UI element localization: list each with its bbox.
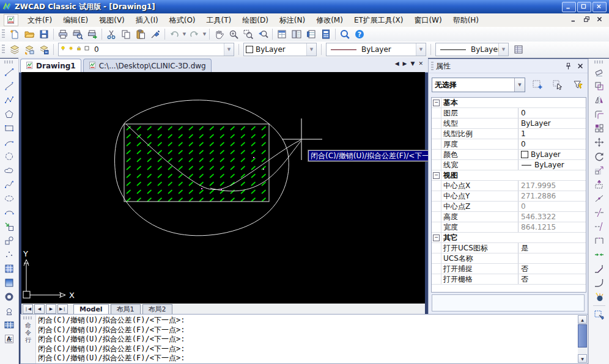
- document-tab[interactable]: C:\...\Desktop\CLINIC-3D.dwg: [83, 59, 212, 72]
- break-icon[interactable]: [591, 233, 607, 247]
- drawing-canvas[interactable]: Y X 闭合(C)/撤销(U)/拟合公差(F)/<下一点>:: [21, 72, 425, 304]
- arc-icon[interactable]: [1, 135, 17, 149]
- clean-icon[interactable]: [591, 308, 607, 322]
- ellipse-icon[interactable]: [1, 191, 17, 205]
- toolbar-grip[interactable]: [4, 60, 14, 64]
- property-value[interactable]: 否: [519, 264, 586, 274]
- new-file-icon[interactable]: [7, 27, 22, 42]
- find-icon[interactable]: [338, 27, 352, 42]
- construction-line-icon[interactable]: [1, 79, 17, 93]
- command-window-titlebar[interactable]: 命令行: [21, 315, 36, 363]
- layout-tab-model[interactable]: Model: [73, 304, 109, 314]
- tab-prev-icon[interactable]: ◀: [34, 304, 45, 314]
- property-value[interactable]: ByLayer: [519, 160, 586, 170]
- tab-scroll-left-icon[interactable]: ◀: [395, 60, 399, 67]
- collapse-icon[interactable]: −: [433, 100, 440, 106]
- polygon-icon[interactable]: [1, 107, 17, 121]
- tool-palettes-icon[interactable]: [304, 27, 319, 42]
- property-value[interactable]: [519, 253, 586, 263]
- layer-properties-icon[interactable]: [7, 42, 22, 57]
- spline-icon[interactable]: [1, 177, 17, 191]
- window-minimize-icon[interactable]: [562, 2, 576, 12]
- menu-item-i[interactable]: 插入(I): [130, 13, 164, 27]
- paste-icon[interactable]: [133, 27, 148, 42]
- circle-icon[interactable]: [1, 149, 17, 163]
- scroll-thumb[interactable]: [578, 324, 587, 348]
- donut-icon[interactable]: [1, 289, 17, 304]
- mdi-restore-icon[interactable]: [582, 15, 592, 24]
- menu-item-e[interactable]: 编辑(E): [57, 13, 94, 27]
- property-value[interactable]: 864.1215: [519, 222, 586, 232]
- linetype-combo[interactable]: ByLayer ▼: [326, 43, 426, 56]
- toolbar-grip[interactable]: [2, 45, 5, 54]
- menu-item-t[interactable]: 工具(T): [201, 13, 237, 27]
- collapse-icon[interactable]: −: [433, 235, 440, 241]
- redo-dropdown-icon[interactable]: ▼: [202, 27, 207, 41]
- menu-item-w[interactable]: 窗口(W): [408, 13, 447, 27]
- toolbar-grip[interactable]: [594, 60, 604, 64]
- selection-combo[interactable]: 无选择 ▼: [432, 78, 525, 92]
- zoom-previous-icon[interactable]: [256, 27, 270, 42]
- property-section-row[interactable]: −基本: [432, 98, 586, 108]
- command-scrollbar[interactable]: ▲ ▼: [578, 315, 587, 363]
- pin-icon[interactable]: [563, 61, 573, 71]
- array-icon[interactable]: [591, 121, 607, 135]
- document-tab[interactable]: Drawing1: [20, 59, 81, 72]
- tab-scroll-right-icon[interactable]: ▶: [403, 60, 407, 67]
- trim-icon[interactable]: [591, 205, 607, 219]
- mtext-icon[interactable]: A: [1, 332, 17, 346]
- extend-icon[interactable]: [591, 219, 607, 233]
- property-section-row[interactable]: −视图: [432, 170, 586, 181]
- property-value[interactable]: ByLayer: [519, 118, 586, 128]
- menu-item-f[interactable]: 文件(F): [22, 13, 57, 27]
- publish-icon[interactable]: [85, 27, 100, 42]
- open-file-icon[interactable]: [22, 27, 37, 42]
- property-value[interactable]: 217.9995: [519, 181, 586, 191]
- menu-item-m[interactable]: 修改(M): [311, 13, 349, 27]
- property-value[interactable]: 271.2886: [519, 191, 586, 201]
- mirror-icon[interactable]: [591, 93, 607, 107]
- scroll-down-icon[interactable]: ▼: [578, 354, 587, 363]
- tab-close-icon[interactable]: ✕: [418, 60, 423, 67]
- panel-grip[interactable]: [431, 62, 434, 70]
- menu-item-o[interactable]: 格式(O): [164, 13, 201, 27]
- mdi-minimize-icon[interactable]: [569, 15, 580, 24]
- quickcalc-icon[interactable]: [319, 27, 333, 42]
- explode-icon[interactable]: [591, 289, 607, 304]
- collapse-icon[interactable]: −: [433, 172, 440, 179]
- window-close-icon[interactable]: [592, 2, 607, 12]
- help-icon[interactable]: ?: [352, 27, 367, 42]
- match-properties-icon[interactable]: [148, 27, 163, 42]
- insert-block-icon[interactable]: [1, 219, 17, 233]
- properties-toggle-icon[interactable]: [511, 42, 526, 57]
- property-value[interactable]: ByLayer: [519, 150, 586, 159]
- tab-first-icon[interactable]: ❘◀: [23, 304, 33, 314]
- point-icon[interactable]: [1, 247, 17, 261]
- menu-item-etx[interactable]: ET扩展工具(X): [349, 13, 409, 27]
- layer-states-icon[interactable]: [37, 42, 51, 57]
- selection-combo-dropdown[interactable]: ▼: [514, 78, 525, 92]
- revision-cloud-icon[interactable]: [1, 163, 17, 177]
- scale-icon[interactable]: [591, 163, 607, 177]
- rectangle-icon[interactable]: [1, 121, 17, 135]
- close-icon[interactable]: [575, 61, 585, 71]
- lineweight-combo-dropdown[interactable]: ▼: [498, 43, 508, 56]
- region-icon[interactable]: [1, 304, 17, 318]
- lineweight-combo[interactable]: ByLayer ▼: [435, 43, 509, 56]
- property-section-row[interactable]: −其它: [432, 233, 586, 243]
- zoom-window-icon[interactable]: [241, 27, 256, 42]
- select-objects-icon[interactable]: [550, 78, 566, 92]
- property-value[interactable]: 1: [519, 129, 586, 139]
- color-combo-dropdown[interactable]: ▼: [306, 43, 316, 56]
- command-history[interactable]: 闭合(C)/撤销(U)/拟合公差(F)/<下一点>:闭合(C)/撤销(U)/拟合…: [38, 316, 577, 363]
- plot-icon[interactable]: [56, 27, 70, 42]
- layout-tab-布局1[interactable]: 布局1: [111, 304, 141, 314]
- redo-icon[interactable]: [187, 27, 202, 42]
- hatch-icon[interactable]: [1, 261, 17, 275]
- erase-icon[interactable]: [591, 65, 607, 79]
- mdi-close-icon[interactable]: [595, 15, 605, 24]
- menu-item-n[interactable]: 标注(N): [274, 13, 311, 27]
- property-value[interactable]: 0: [519, 202, 586, 211]
- table-icon[interactable]: [1, 318, 17, 332]
- save-icon[interactable]: [37, 27, 51, 42]
